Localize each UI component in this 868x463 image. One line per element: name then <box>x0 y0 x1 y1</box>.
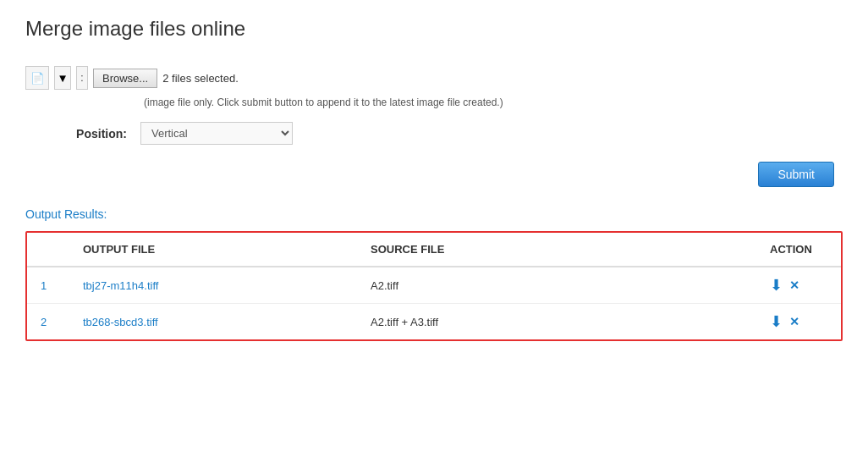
row-output-file: tbj27-m11h4.tiff <box>69 267 357 304</box>
col-action: ACTION <box>756 233 841 267</box>
row-output-file: tb268-sbcd3.tiff <box>69 304 357 340</box>
row-source-file: A2.tiff <box>357 267 756 304</box>
download-icon[interactable]: ⬇ <box>770 312 783 331</box>
output-file-link[interactable]: tbj27-m11h4.tiff <box>83 279 158 292</box>
toolbar: 📄 ▼ : Browse... 2 files selected. <box>25 66 843 90</box>
position-label: Position: <box>25 127 127 141</box>
browse-button[interactable]: Browse... <box>93 69 157 88</box>
row-num-value: 1 <box>41 279 47 292</box>
results-table: OUTPUT FILE SOURCE FILE ACTION 1tbj27-m1… <box>25 231 843 341</box>
row-number: 1 <box>27 267 69 304</box>
file-icon-button[interactable]: 📄 <box>25 66 49 90</box>
delete-icon[interactable]: ✕ <box>789 315 799 328</box>
row-num-value: 2 <box>41 316 47 328</box>
output-label: Output Results: <box>25 207 843 221</box>
output-file-link[interactable]: tb268-sbcd3.tiff <box>83 316 158 328</box>
row-source-file: A2.tiff + A3.tiff <box>357 304 756 340</box>
table-row: 2tb268-sbcd3.tiffA2.tiff + A3.tiff ⬇ ✕ <box>27 304 841 340</box>
table-header-row: OUTPUT FILE SOURCE FILE ACTION <box>27 233 841 267</box>
chevron-down-icon: ▼ <box>57 72 68 85</box>
position-select[interactable]: Vertical Horizontal <box>140 122 293 145</box>
file-status: 2 files selected. <box>162 72 239 85</box>
row-action: ⬇ ✕ <box>756 267 841 304</box>
table-row: 1tbj27-m11h4.tiffA2.tiff ⬇ ✕ <box>27 267 841 304</box>
col-num <box>27 233 69 267</box>
delete-icon[interactable]: ✕ <box>789 278 799 292</box>
dots-separator: : <box>76 66 88 90</box>
row-action: ⬇ ✕ <box>756 304 841 340</box>
file-icon: 📄 <box>30 72 45 85</box>
col-source-file: SOURCE FILE <box>357 233 756 267</box>
download-icon[interactable]: ⬇ <box>770 276 783 295</box>
position-row: Position: Vertical Horizontal <box>25 122 843 145</box>
file-hint: (image file only. Click submit button to… <box>144 96 843 108</box>
submit-button[interactable]: Submit <box>758 162 834 187</box>
submit-area: Submit <box>25 162 843 187</box>
row-number: 2 <box>27 304 69 340</box>
page-title: Merge image files online <box>25 17 843 41</box>
col-output-file: OUTPUT FILE <box>69 233 357 267</box>
dropdown-arrow-button[interactable]: ▼ <box>54 66 71 90</box>
